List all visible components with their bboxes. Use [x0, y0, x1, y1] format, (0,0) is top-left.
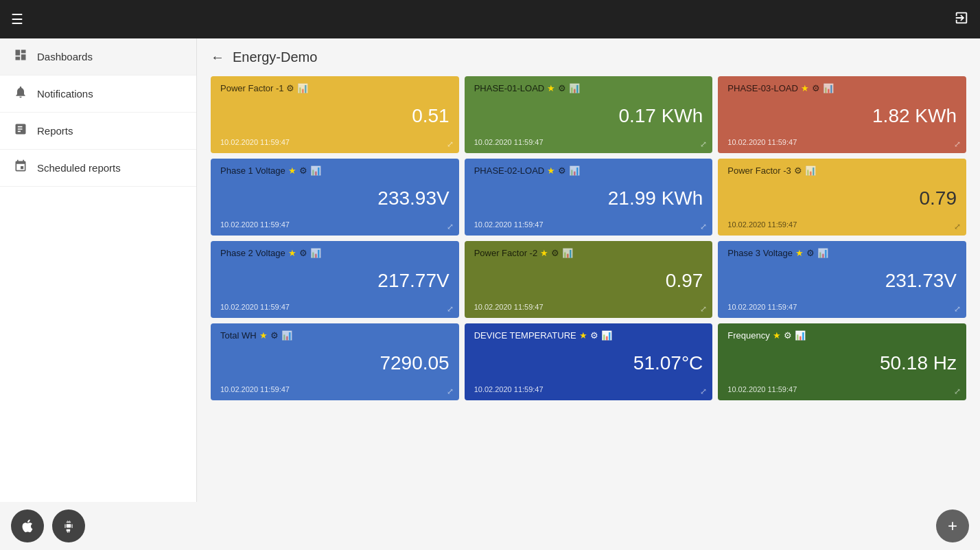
gear-icon: ⚙ — [286, 83, 294, 93]
sidebar-item-scheduled-reports[interactable]: Scheduled reports — [0, 150, 196, 187]
expand-icon: ⤢ — [700, 304, 707, 314]
gear-icon: ⚙ — [558, 83, 566, 93]
expand-icon: ⤢ — [447, 139, 454, 149]
sidebar-label-notifications: Notifications — [37, 88, 93, 100]
scheduled-reports-icon — [14, 159, 27, 176]
expand-icon: ⤢ — [954, 139, 961, 149]
gear-icon: ⚙ — [551, 248, 559, 258]
widget-total-wh[interactable]: Total WH ★ ⚙ 📊 7290.05 10.02.2020 11:59:… — [211, 323, 459, 400]
chart-icon: 📊 — [310, 165, 321, 176]
sidebar-item-reports[interactable]: Reports — [0, 113, 196, 150]
star-icon: ★ — [773, 330, 781, 341]
chart-icon: 📊 — [795, 330, 806, 341]
widget-value: 50.18 Hz — [727, 347, 957, 380]
chart-icon: 📊 — [562, 248, 573, 258]
widget-value: 51.07°C — [474, 347, 703, 380]
widget-value: 21.99 KWh — [474, 182, 703, 215]
expand-icon: ⤢ — [700, 387, 707, 396]
gear-icon: ⚙ — [270, 330, 279, 341]
chart-icon: 📊 — [310, 248, 321, 258]
chart-icon: 📊 — [569, 165, 580, 176]
sidebar-item-dashboards[interactable]: Dashboards — [0, 38, 196, 76]
chart-icon: 📊 — [805, 165, 816, 176]
topbar: ☰ — [0, 0, 980, 38]
widget-value: 0.17 KWh — [474, 100, 703, 133]
widget-power-factor-1[interactable]: Power Factor -1 ⚙ 📊 0.51 10.02.2020 11:5… — [211, 76, 459, 153]
widget-value: 1.82 KWh — [727, 100, 957, 133]
widget-title: Power Factor -1 — [220, 83, 283, 93]
widget-title: Phase 1 Voltage — [220, 165, 285, 176]
widget-value: 217.77V — [220, 264, 450, 297]
widget-timestamp: 10.02.2020 11:59:47 — [474, 303, 703, 311]
gear-icon: ⚙ — [558, 165, 566, 176]
page-title: Energy-Demo — [233, 49, 317, 65]
widget-title: Phase 3 Voltage — [727, 248, 793, 258]
widget-value: 0.97 — [474, 264, 703, 297]
star-icon: ★ — [259, 330, 268, 341]
star-icon: ★ — [795, 248, 804, 258]
android-button[interactable] — [52, 509, 85, 542]
widget-timestamp: 10.02.2020 11:59:47 — [220, 385, 450, 393]
bottom-left-icons — [11, 509, 85, 542]
sidebar-item-notifications[interactable]: Notifications — [0, 76, 196, 113]
expand-icon: ⤢ — [700, 139, 707, 149]
apple-button[interactable] — [11, 509, 44, 542]
widget-phase-3-voltage[interactable]: Phase 3 Voltage ★ ⚙ 📊 231.73V 10.02.2020… — [718, 241, 966, 318]
widget-timestamp: 10.02.2020 11:59:47 — [474, 220, 703, 229]
logout-icon[interactable] — [954, 10, 969, 29]
expand-icon: ⤢ — [954, 387, 961, 396]
main-layout: Dashboards Notifications Reports — [0, 38, 980, 502]
gear-icon: ⚙ — [590, 330, 598, 341]
add-button[interactable]: + — [936, 509, 969, 542]
gear-icon: ⚙ — [806, 248, 815, 258]
expand-icon: ⤢ — [447, 304, 454, 314]
sidebar-label-scheduled-reports: Scheduled reports — [37, 162, 121, 174]
widget-power-factor-3[interactable]: Power Factor -3 ⚙ 📊 0.79 10.02.2020 11:5… — [718, 159, 966, 236]
widget-device-temperature[interactable]: DEVICE TEMPERATURE ★ ⚙ 📊 51.07°C 10.02.2… — [465, 323, 713, 400]
back-button[interactable]: ← — [211, 49, 224, 65]
star-icon: ★ — [801, 83, 809, 93]
widget-frequency[interactable]: Frequency ★ ⚙ 📊 50.18 Hz 10.02.2020 11:5… — [718, 323, 966, 400]
menu-icon[interactable]: ☰ — [11, 11, 23, 27]
widget-title: Power Factor -2 — [474, 248, 537, 258]
bottombar: + — [0, 502, 980, 550]
widget-phase-1-voltage[interactable]: Phase 1 Voltage ★ ⚙ 📊 233.93V 10.02.2020… — [211, 159, 459, 236]
widget-title: PHASE-03-LOAD — [727, 83, 798, 93]
widget-power-factor-2[interactable]: Power Factor -2 ★ ⚙ 📊 0.97 10.02.2020 11… — [465, 241, 713, 318]
widget-phase-2-voltage[interactable]: Phase 2 Voltage ★ ⚙ 📊 217.77V 10.02.2020… — [211, 241, 459, 318]
gear-icon: ⚙ — [299, 165, 307, 176]
widget-title: PHASE-01-LOAD — [474, 83, 545, 93]
reports-icon — [14, 122, 27, 139]
expand-icon: ⤢ — [954, 222, 961, 231]
gear-icon: ⚙ — [794, 165, 802, 176]
gear-icon: ⚙ — [812, 83, 820, 93]
widget-value: 231.73V — [727, 264, 957, 297]
gear-icon: ⚙ — [299, 248, 307, 258]
widget-title: Power Factor -3 — [727, 165, 791, 176]
widget-timestamp: 10.02.2020 11:59:47 — [220, 303, 450, 311]
widget-phase-02-load[interactable]: PHASE-02-LOAD ★ ⚙ 📊 21.99 KWh 10.02.2020… — [465, 159, 713, 236]
widget-timestamp: 10.02.2020 11:59:47 — [220, 220, 450, 229]
widget-timestamp: 10.02.2020 11:59:47 — [474, 385, 703, 393]
chart-icon: 📊 — [601, 330, 612, 341]
widget-value: 7290.05 — [220, 347, 450, 380]
add-icon: + — [948, 516, 957, 536]
sidebar: Dashboards Notifications Reports — [0, 38, 197, 502]
gear-icon: ⚙ — [784, 330, 792, 341]
star-icon: ★ — [288, 248, 296, 258]
widget-value: 0.79 — [727, 182, 957, 215]
widget-timestamp: 10.02.2020 11:59:47 — [727, 303, 957, 311]
widget-title: PHASE-02-LOAD — [474, 165, 545, 176]
widget-phase-03-load[interactable]: PHASE-03-LOAD ★ ⚙ 📊 1.82 KWh 10.02.2020 … — [718, 76, 966, 153]
star-icon: ★ — [288, 165, 296, 176]
expand-icon: ⤢ — [447, 222, 454, 231]
dashboards-icon — [14, 48, 27, 65]
sidebar-label-reports: Reports — [37, 125, 73, 137]
widget-phase-01-load[interactable]: PHASE-01-LOAD ★ ⚙ 📊 0.17 KWh 10.02.2020 … — [465, 76, 713, 153]
sidebar-label-dashboards: Dashboards — [37, 51, 93, 62]
dashboard-grid: Power Factor -1 ⚙ 📊 0.51 10.02.2020 11:5… — [211, 76, 966, 400]
widget-timestamp: 10.02.2020 11:59:47 — [220, 138, 450, 146]
widget-title: DEVICE TEMPERATURE — [474, 330, 576, 341]
expand-icon: ⤢ — [700, 222, 707, 231]
chart-icon: 📊 — [823, 83, 834, 93]
